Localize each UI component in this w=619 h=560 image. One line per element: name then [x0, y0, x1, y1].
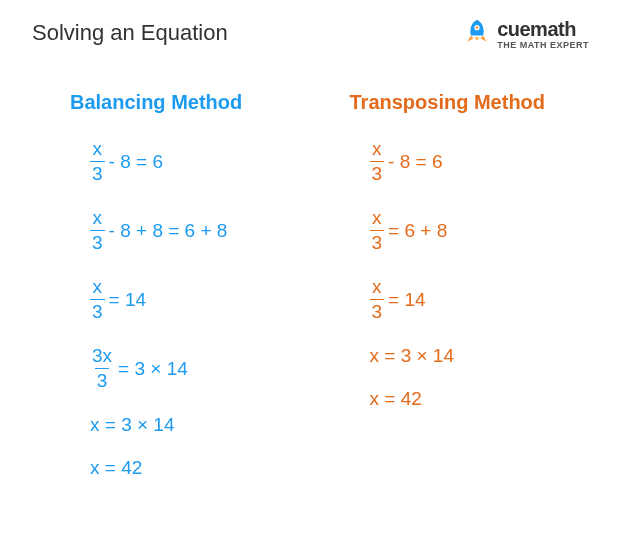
equation-step: x3 - 8 + 8 = 6 + 8: [90, 208, 310, 253]
fraction-numerator: 3x: [90, 346, 114, 368]
fraction: x3: [370, 208, 385, 253]
equation-step: x = 3 × 14: [370, 346, 590, 365]
fraction: x3: [370, 277, 385, 322]
transposing-column: Transposing Method x3 - 8 = 6x3 = 6 + 8x…: [350, 91, 590, 477]
equation-text: = 6 + 8: [388, 221, 447, 240]
equation-step: 3x3 = 3 × 14: [90, 346, 310, 391]
rocket-icon: [463, 18, 491, 50]
equation-step: x3 - 8 = 6: [370, 139, 590, 184]
equation-step: x = 42: [90, 458, 310, 477]
fraction-denominator: 3: [370, 299, 385, 322]
equation-text: - 8 = 6: [109, 152, 163, 171]
fraction: x3: [90, 277, 105, 322]
equation-text: = 14: [388, 290, 426, 309]
svg-point-1: [476, 26, 479, 29]
fraction-denominator: 3: [90, 161, 105, 184]
equation-text: = 3 × 14: [118, 359, 188, 378]
equation-text: x = 3 × 14: [90, 415, 175, 434]
fraction-denominator: 3: [90, 230, 105, 253]
equation-step: x3 = 14: [370, 277, 590, 322]
brand-logo: cuemath THE MATH EXPERT: [463, 18, 589, 50]
fraction-numerator: x: [91, 277, 105, 299]
equation-step: x3 = 6 + 8: [370, 208, 590, 253]
equation-text: x = 3 × 14: [370, 346, 455, 365]
fraction-numerator: x: [91, 139, 105, 161]
equation-text: x = 42: [370, 389, 422, 408]
fraction-denominator: 3: [95, 368, 110, 391]
brand-tagline: THE MATH EXPERT: [497, 41, 589, 50]
fraction-denominator: 3: [370, 161, 385, 184]
fraction: x3: [90, 208, 105, 253]
fraction-denominator: 3: [370, 230, 385, 253]
equation-step: x = 42: [370, 389, 590, 408]
equation-text: - 8 = 6: [388, 152, 442, 171]
fraction-numerator: x: [91, 208, 105, 230]
equation-step: x3 = 14: [90, 277, 310, 322]
balancing-column: Balancing Method x3 - 8 = 6x3 - 8 + 8 = …: [70, 91, 310, 477]
fraction: x3: [370, 139, 385, 184]
equation-step: x = 3 × 14: [90, 415, 310, 434]
fraction-numerator: x: [370, 208, 384, 230]
fraction-numerator: x: [370, 139, 384, 161]
equation-text: = 14: [109, 290, 147, 309]
balancing-header: Balancing Method: [70, 91, 310, 114]
equation-step: x3 - 8 = 6: [90, 139, 310, 184]
fraction: 3x3: [90, 346, 114, 391]
fraction: x3: [90, 139, 105, 184]
fraction-numerator: x: [370, 277, 384, 299]
equation-text: - 8 + 8 = 6 + 8: [109, 221, 228, 240]
fraction-denominator: 3: [90, 299, 105, 322]
brand-name: cuemath: [497, 19, 589, 39]
transposing-header: Transposing Method: [350, 91, 590, 114]
equation-text: x = 42: [90, 458, 142, 477]
